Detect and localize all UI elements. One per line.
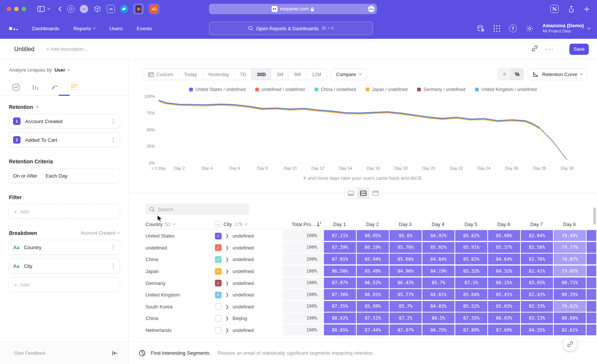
layout-table-only-icon[interactable] bbox=[369, 188, 382, 198]
retention-cell[interactable]: 87.2% bbox=[390, 313, 422, 323]
range-30d[interactable]: 30D bbox=[251, 69, 271, 80]
retention-cell[interactable]: 87.51% bbox=[357, 313, 389, 323]
retention-cell[interactable]: 85.37% bbox=[488, 242, 520, 253]
retention-step-2[interactable]: 2Added To Cart bbox=[8, 132, 120, 147]
close-window-button[interactable] bbox=[7, 7, 11, 11]
retention-cell[interactable]: 86.58% bbox=[324, 266, 356, 276]
retention-cell[interactable]: 83.13% bbox=[521, 313, 553, 323]
retention-cell[interactable]: 80.35% bbox=[554, 289, 586, 300]
extension-m-icon[interactable]: m bbox=[80, 5, 88, 13]
retention-cell[interactable]: 87.07% bbox=[390, 324, 422, 335]
back-icon[interactable] bbox=[58, 6, 62, 12]
new-tab-icon[interactable] bbox=[584, 6, 590, 12]
retention-cell[interactable]: 87.39% bbox=[324, 242, 356, 253]
expand-chevron-icon[interactable]: ❯ bbox=[225, 304, 229, 309]
retention-cell[interactable]: 87.89% bbox=[455, 324, 487, 335]
retention-cell[interactable]: 84.96% bbox=[390, 266, 422, 276]
legend-item[interactable]: Germany / undefined bbox=[417, 87, 465, 92]
layout-split-icon[interactable] bbox=[357, 188, 369, 198]
breakdown-item-city[interactable]: AaCity bbox=[8, 258, 120, 273]
tab-flows-icon[interactable] bbox=[51, 83, 59, 91]
retention-cell[interactable]: 85.83% bbox=[455, 254, 487, 264]
retention-cell[interactable]: 86.43% bbox=[390, 277, 422, 288]
retention-cell[interactable]: 85.32% bbox=[455, 266, 487, 276]
extension-soundcloud-icon[interactable] bbox=[149, 3, 160, 15]
retention-cell[interactable]: 82.33% bbox=[521, 301, 553, 312]
total-column-header[interactable]: Total Pro... bbox=[283, 222, 323, 227]
city-column-header[interactable]: – City 176 bbox=[215, 221, 283, 227]
nav-item-dashboards[interactable]: Dashboards bbox=[32, 26, 59, 31]
retention-cell[interactable]: 85.6% bbox=[390, 230, 422, 241]
breakdown-options-icon[interactable] bbox=[111, 243, 115, 251]
zoom-window-button[interactable] bbox=[22, 7, 26, 11]
retention-cell[interactable]: 85.03% bbox=[488, 301, 520, 312]
expand-chevron-icon[interactable]: ❯ bbox=[225, 269, 229, 274]
expand-chevron-icon[interactable]: ❯ bbox=[225, 316, 229, 321]
legend-item[interactable]: United Kingdom / undefined bbox=[475, 87, 537, 92]
sidebar-toggle-icon[interactable] bbox=[37, 6, 45, 12]
expand-chevron-icon[interactable]: ❯ bbox=[225, 245, 229, 250]
apps-grid-icon[interactable] bbox=[494, 25, 500, 32]
global-search[interactable]: Open Reports & Dashboards ⌘ + K bbox=[209, 22, 373, 35]
retention-cell[interactable]: 85.41% bbox=[488, 289, 520, 300]
save-button[interactable]: Save bbox=[569, 44, 589, 55]
retention-cell[interactable]: 86.52% bbox=[357, 277, 389, 288]
retention-cell[interactable]: 84.84% bbox=[422, 254, 454, 264]
retention-cell[interactable]: 79.62% bbox=[554, 301, 586, 312]
criteria-card[interactable]: On or After Each Day bbox=[8, 168, 120, 183]
day-column-header[interactable]: Day 5 bbox=[454, 222, 487, 227]
retention-cell[interactable]: 79.77% bbox=[554, 242, 586, 253]
expand-chevron-icon[interactable]: ❯ bbox=[225, 233, 229, 238]
row-checkbox[interactable] bbox=[215, 303, 222, 310]
retention-cell[interactable]: 85.49% bbox=[357, 266, 389, 276]
retention-cell[interactable]: 81.41% bbox=[521, 266, 553, 276]
day-column-header[interactable]: Day 7 bbox=[520, 222, 553, 227]
day-column-header[interactable]: Day 3 bbox=[389, 222, 422, 227]
retention-cell[interactable]: 84.64% bbox=[488, 254, 520, 264]
share-link-floating-button[interactable] bbox=[563, 337, 577, 351]
country-cell[interactable]: undefined bbox=[146, 245, 215, 251]
row-checkbox[interactable]: ✓ bbox=[215, 244, 222, 251]
row-checkbox[interactable]: ✓ bbox=[215, 292, 222, 298]
day-column-header[interactable]: Day 8 bbox=[553, 222, 586, 227]
breakdown-item-country[interactable]: AaCountry bbox=[8, 240, 120, 255]
nav-item-users[interactable]: Users bbox=[109, 26, 122, 31]
row-checkbox[interactable]: ✓ bbox=[215, 256, 222, 263]
retention-cell[interactable]: 86.03% bbox=[488, 313, 520, 323]
day-column-header[interactable]: Day 1 bbox=[323, 222, 356, 227]
range-3m[interactable]: 3M bbox=[271, 69, 288, 80]
retention-cell[interactable]: 85.7% bbox=[390, 301, 422, 312]
retention-step-1[interactable]: 1Account Created bbox=[8, 114, 120, 129]
unit-count[interactable]: # bbox=[498, 69, 511, 80]
retention-cell[interactable]: 84.19% bbox=[422, 266, 454, 276]
retention-cell[interactable]: 85.7% bbox=[422, 277, 454, 288]
nav-item-reports[interactable]: Reports bbox=[74, 26, 95, 31]
retention-cell[interactable]: 86.25% bbox=[488, 277, 520, 288]
range-custom[interactable]: Custom bbox=[143, 69, 178, 80]
retention-cell[interactable]: 85.64% bbox=[455, 289, 487, 300]
row-checkbox[interactable]: ✓ bbox=[215, 233, 222, 239]
extension-raycast-icon[interactable] bbox=[133, 3, 144, 15]
compare-button[interactable]: Compare bbox=[331, 68, 367, 80]
extension-cube-icon[interactable] bbox=[93, 5, 101, 13]
row-checkbox[interactable]: ✓ bbox=[215, 268, 222, 275]
retention-cell[interactable]: 85.52% bbox=[455, 301, 487, 312]
nav-item-events[interactable]: Events bbox=[137, 26, 152, 31]
retention-cell[interactable]: 86.5% bbox=[422, 313, 454, 323]
retention-cell[interactable]: 83.05% bbox=[521, 277, 553, 288]
help-icon[interactable]: ? bbox=[509, 25, 517, 32]
retention-cell[interactable]: 85.91% bbox=[455, 242, 487, 253]
extension-target-icon[interactable] bbox=[67, 5, 75, 13]
chart-type-button[interactable]: Retention Curve bbox=[528, 68, 588, 80]
retention-cell[interactable]: 80.71% bbox=[554, 277, 586, 288]
retention-cell[interactable]: 78.87% bbox=[554, 254, 586, 264]
retention-cell[interactable]: 87.44% bbox=[357, 324, 389, 335]
retention-cell[interactable]: 85.02% bbox=[422, 242, 454, 253]
layout-chart-only-icon[interactable] bbox=[345, 188, 357, 198]
breakdown-add-button[interactable]: + Add bbox=[8, 277, 120, 292]
retention-cell[interactable]: 82.42% bbox=[521, 289, 553, 300]
range-12m[interactable]: 12M bbox=[306, 69, 326, 80]
criteria-secondary[interactable]: Each Day bbox=[46, 173, 68, 179]
retention-cell[interactable]: 84.32% bbox=[488, 266, 520, 276]
country-cell[interactable]: Japan bbox=[146, 269, 215, 274]
